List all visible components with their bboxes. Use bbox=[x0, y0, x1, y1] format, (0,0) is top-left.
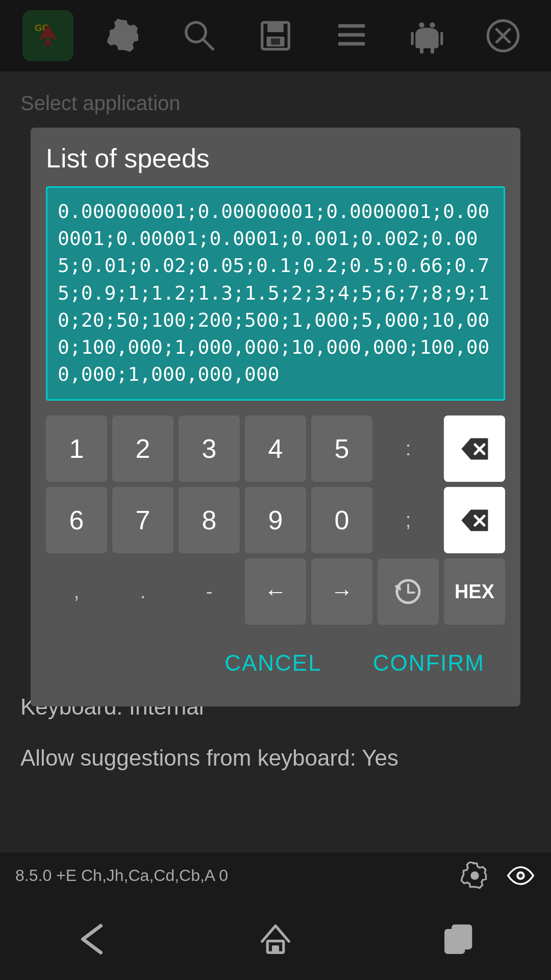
key-backspace-1[interactable] bbox=[444, 415, 505, 482]
key-5[interactable]: 5 bbox=[311, 415, 372, 482]
key-3[interactable]: 3 bbox=[179, 415, 240, 482]
nav-bar bbox=[0, 898, 551, 980]
bottom-info-bar: 8.5.0 +E Ch,Jh,Ca,Cd,Cb,A 0 bbox=[0, 852, 551, 898]
speed-input[interactable]: 0.000000001;0.00000001;0.0000001;0.00000… bbox=[46, 186, 505, 401]
keypad: 1 2 3 4 5 : 6 7 8 9 0 ; bbox=[46, 415, 505, 625]
gear-bottom-icon[interactable] bbox=[459, 860, 490, 891]
key-1[interactable]: 1 bbox=[46, 415, 107, 482]
key-colon[interactable]: : bbox=[378, 415, 439, 482]
svg-rect-33 bbox=[453, 926, 471, 948]
svg-rect-31 bbox=[272, 945, 279, 952]
key-2[interactable]: 2 bbox=[112, 415, 173, 482]
eye-bottom-icon[interactable] bbox=[505, 860, 536, 891]
keypad-row-1: 1 2 3 4 5 : bbox=[46, 415, 505, 482]
svg-point-29 bbox=[518, 873, 522, 877]
key-7[interactable]: 7 bbox=[112, 487, 173, 553]
key-history[interactable] bbox=[378, 558, 439, 625]
version-info: 8.5.0 +E Ch,Jh,Ca,Cd,Cb,A 0 bbox=[15, 866, 228, 885]
confirm-button[interactable]: CONFIRM bbox=[358, 640, 500, 686]
keypad-row-2: 6 7 8 9 0 ; bbox=[46, 487, 505, 553]
dialog-title: List of speeds bbox=[46, 143, 505, 174]
dialog-actions: CANCEL CONFIRM bbox=[46, 640, 505, 686]
key-minus[interactable]: - bbox=[179, 558, 240, 625]
back-button[interactable] bbox=[71, 919, 112, 960]
speed-dialog: List of speeds 0.000000001;0.00000001;0.… bbox=[31, 128, 520, 706]
key-6[interactable]: 6 bbox=[46, 487, 107, 553]
key-hex[interactable]: HEX bbox=[444, 558, 505, 625]
key-right-arrow[interactable]: → bbox=[311, 558, 372, 625]
key-left-arrow[interactable]: ← bbox=[245, 558, 306, 625]
cancel-button[interactable]: CANCEL bbox=[209, 640, 337, 686]
key-9[interactable]: 9 bbox=[245, 487, 306, 553]
home-button[interactable] bbox=[255, 919, 296, 960]
key-backspace-2[interactable] bbox=[444, 487, 505, 553]
recent-apps-button[interactable] bbox=[439, 919, 480, 960]
svg-point-27 bbox=[470, 871, 479, 880]
key-semicolon[interactable]: ; bbox=[378, 487, 439, 553]
key-0[interactable]: 0 bbox=[311, 487, 372, 553]
key-8[interactable]: 8 bbox=[179, 487, 240, 553]
key-comma[interactable]: , bbox=[46, 558, 107, 625]
key-4[interactable]: 4 bbox=[245, 415, 306, 482]
allow-suggestions-label: Allow suggestions from keyboard: Yes bbox=[20, 745, 398, 771]
bottom-icons bbox=[459, 860, 536, 891]
keypad-row-3: , . - ← → HEX bbox=[46, 558, 505, 625]
key-dot[interactable]: . bbox=[112, 558, 173, 625]
